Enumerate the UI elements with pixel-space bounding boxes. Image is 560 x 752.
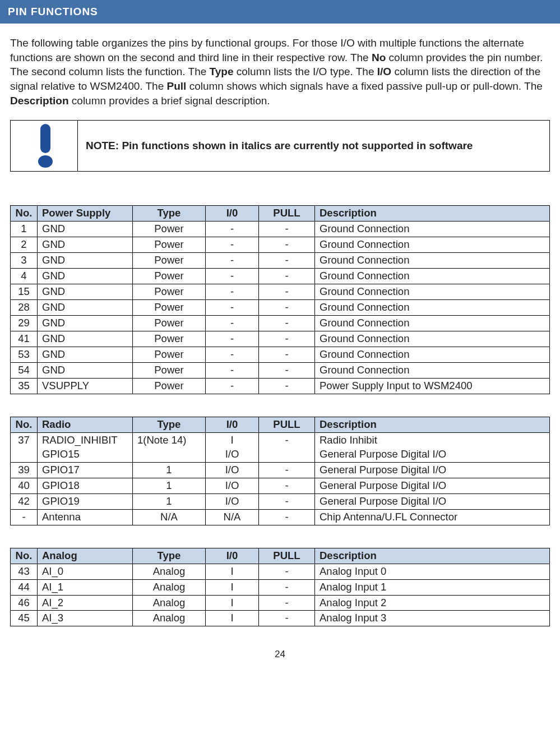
cell-desc: Analog Input 1: [315, 579, 550, 595]
cell-no: 2: [11, 237, 38, 253]
cell-desc: Ground Connection: [315, 300, 550, 316]
cell-pull: -: [259, 284, 315, 300]
pin-table-2: No.AnalogTypeI/0PULLDescription43AI_0Ana…: [10, 548, 550, 627]
cell-type: Power: [133, 315, 206, 331]
cell-no: 54: [11, 362, 38, 378]
table-row: 40GPIO181I/O-General Purpose Digital I/O: [11, 478, 550, 493]
cell-type: Power: [133, 300, 206, 316]
cell-name: AI_0: [38, 564, 133, 579]
cell-type: Power: [133, 284, 206, 300]
cell-pull: -: [259, 595, 315, 611]
cell-type: 1: [133, 462, 206, 478]
cell-desc: Analog Input 0: [315, 564, 550, 579]
cell-type: Analog: [133, 564, 206, 579]
cell-io: -: [206, 300, 259, 316]
col-header-name: Radio: [38, 417, 133, 432]
col-header-type: Type: [133, 206, 206, 222]
cell-no: 43: [11, 564, 38, 579]
cell-desc: Analog Input 2: [315, 595, 550, 611]
cell-no: 44: [11, 579, 38, 595]
col-header-io: I/0: [206, 417, 259, 432]
cell-io: -: [206, 222, 259, 237]
table-row: 2GNDPower--Ground Connection: [11, 237, 550, 253]
cell-pull: -: [259, 509, 315, 525]
table-row: 29GNDPower--Ground Connection: [11, 315, 550, 331]
cell-no: 40: [11, 478, 38, 493]
cell-no: 3: [11, 253, 38, 269]
cell-name: GPIO18: [38, 478, 133, 493]
pin-table-1: No.RadioTypeI/0PULLDescription37RADIO_IN…: [10, 417, 550, 525]
cell-name: GND: [38, 253, 133, 269]
cell-pull: -: [259, 347, 315, 362]
cell-io: N/A: [206, 509, 259, 525]
cell-name: GND: [38, 347, 133, 362]
cell-name: GND: [38, 362, 133, 378]
cell-pull: -: [259, 222, 315, 237]
cell-desc: Ground Connection: [315, 347, 550, 362]
cell-no: 4: [11, 269, 38, 284]
table-row: 37RADIO_INHIBIT GPIO151(Note 14)I I/O-Ra…: [11, 432, 550, 462]
cell-pull: -: [259, 362, 315, 378]
table-row: 1GNDPower--Ground Connection: [11, 222, 550, 237]
col-header-pull: PULL: [259, 548, 315, 564]
cell-pull: -: [259, 300, 315, 316]
cell-desc: Ground Connection: [315, 237, 550, 253]
cell-no: 28: [11, 300, 38, 316]
cell-type: Power: [133, 269, 206, 284]
cell-no: 45: [11, 611, 38, 626]
intro-bold-no: No: [372, 52, 386, 63]
cell-type: Analog: [133, 595, 206, 611]
cell-desc: Ground Connection: [315, 284, 550, 300]
col-header-no: No.: [11, 206, 38, 222]
cell-pull: -: [259, 564, 315, 579]
table-row: 4GNDPower--Ground Connection: [11, 269, 550, 284]
cell-no: 46: [11, 595, 38, 611]
cell-name: GPIO17: [38, 462, 133, 478]
cell-name: GND: [38, 222, 133, 237]
cell-name: GND: [38, 237, 133, 253]
cell-pull: -: [259, 253, 315, 269]
cell-type: 1: [133, 478, 206, 493]
cell-no: 29: [11, 315, 38, 331]
cell-desc: Ground Connection: [315, 253, 550, 269]
table-row: 44AI_1AnalogI-Analog Input 1: [11, 579, 550, 595]
cell-name: GND: [38, 284, 133, 300]
cell-pull: -: [259, 478, 315, 493]
intro-bold-type: Type: [210, 66, 234, 77]
cell-desc: Ground Connection: [315, 331, 550, 347]
cell-type: Analog: [133, 611, 206, 626]
cell-name: Antenna: [38, 509, 133, 525]
table-row: 3GNDPower--Ground Connection: [11, 253, 550, 269]
intro-bold-io: I/O: [377, 66, 391, 77]
col-header-name: Analog: [38, 548, 133, 564]
cell-no: 39: [11, 462, 38, 478]
cell-io: I I/O: [206, 432, 259, 462]
cell-pull: -: [259, 237, 315, 253]
cell-no: 41: [11, 331, 38, 347]
cell-pull: -: [259, 331, 315, 347]
col-header-io: I/0: [206, 548, 259, 564]
cell-desc: Ground Connection: [315, 362, 550, 378]
cell-desc: Ground Connection: [315, 315, 550, 331]
section-banner: PIN FUNCTIONS: [0, 0, 560, 24]
cell-desc: Ground Connection: [315, 222, 550, 237]
intro-bold-pull: Pull: [167, 80, 187, 92]
cell-name: AI_3: [38, 611, 133, 626]
cell-io: -: [206, 269, 259, 284]
cell-io: I: [206, 564, 259, 579]
col-header-type: Type: [133, 548, 206, 564]
note-box: NOTE: Pin functions shown in italics are…: [10, 120, 550, 172]
note-text: NOTE: Pin functions shown in italics are…: [78, 121, 549, 171]
cell-io: -: [206, 284, 259, 300]
cell-pull: -: [259, 432, 315, 462]
table-row: 53GNDPower--Ground Connection: [11, 347, 550, 362]
col-header-name: Power Supply: [38, 206, 133, 222]
cell-type: Power: [133, 222, 206, 237]
cell-no: -: [11, 509, 38, 525]
cell-type: 1: [133, 493, 206, 509]
cell-desc: Ground Connection: [315, 269, 550, 284]
cell-type: Power: [133, 253, 206, 269]
pin-table-0: No.Power SupplyTypeI/0PULLDescription1GN…: [10, 205, 550, 394]
cell-name: VSUPPLY: [38, 378, 133, 394]
table-row: 46AI_2AnalogI-Analog Input 2: [11, 595, 550, 611]
